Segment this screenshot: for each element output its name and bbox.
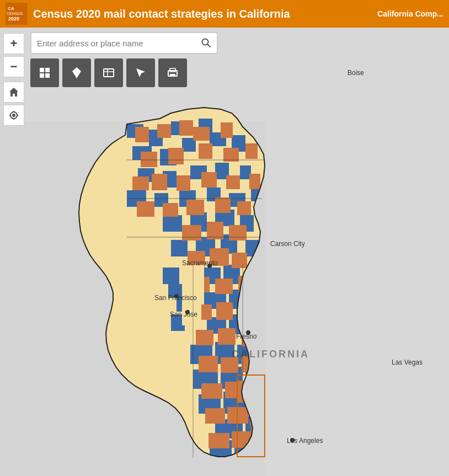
- svg-rect-75: [177, 175, 190, 191]
- svg-rect-74: [152, 174, 167, 190]
- svg-rect-131: [40, 68, 44, 72]
- svg-rect-85: [207, 222, 223, 239]
- svg-rect-78: [249, 174, 260, 189]
- zoom-in-button[interactable]: +: [3, 33, 24, 54]
- svg-rect-63: [135, 127, 149, 142]
- location-button[interactable]: [3, 105, 24, 126]
- svg-text:CA: CA: [8, 6, 14, 11]
- svg-text:CENSUS: CENSUS: [7, 12, 23, 15]
- svg-point-125: [185, 310, 190, 314]
- svg-point-142: [13, 114, 15, 116]
- search-button[interactable]: [196, 35, 217, 51]
- legend-button[interactable]: [62, 58, 91, 87]
- svg-rect-68: [141, 152, 157, 167]
- svg-rect-97: [218, 328, 236, 345]
- search-input[interactable]: [31, 39, 196, 48]
- layers-button[interactable]: [30, 58, 59, 87]
- svg-rect-73: [132, 177, 149, 190]
- svg-rect-132: [45, 68, 50, 72]
- svg-rect-5: [265, 28, 449, 476]
- svg-rect-79: [137, 201, 154, 217]
- svg-rect-114: [185, 265, 204, 292]
- svg-point-126: [246, 330, 250, 335]
- svg-rect-133: [40, 73, 44, 78]
- svg-rect-134: [45, 73, 50, 78]
- svg-rect-83: [237, 201, 251, 215]
- svg-rect-67: [221, 122, 233, 138]
- svg-rect-105: [205, 408, 225, 424]
- app-logo: CA CENSUS 2020: [6, 3, 28, 25]
- app-header: CA CENSUS 2020 Census 2020 mail contact …: [0, 0, 449, 28]
- svg-rect-91: [215, 279, 233, 294]
- svg-rect-108: [209, 433, 229, 448]
- svg-rect-88: [210, 248, 229, 266]
- home-button[interactable]: [3, 82, 24, 103]
- select-button[interactable]: [126, 58, 155, 87]
- svg-rect-33: [171, 240, 188, 256]
- svg-rect-66: [193, 127, 210, 141]
- svg-rect-70: [199, 143, 212, 159]
- svg-rect-77: [226, 175, 240, 189]
- svg-rect-115: [182, 298, 201, 325]
- svg-rect-102: [201, 383, 222, 399]
- svg-rect-82: [215, 197, 231, 213]
- svg-point-127: [290, 438, 295, 442]
- search-area: [30, 32, 218, 87]
- svg-rect-135: [104, 69, 114, 77]
- svg-rect-140: [170, 74, 175, 77]
- search-bar: [30, 32, 218, 54]
- page-title: Census 2020 mail contact strategies in C…: [33, 8, 372, 20]
- svg-rect-87: [188, 251, 205, 266]
- header-right-text: California Comp...: [377, 9, 443, 18]
- svg-rect-71: [223, 148, 239, 162]
- basemap-button[interactable]: [94, 58, 123, 87]
- svg-rect-64: [157, 124, 171, 138]
- svg-rect-100: [221, 357, 238, 373]
- svg-rect-37: [163, 268, 179, 284]
- svg-rect-94: [216, 302, 233, 320]
- svg-line-130: [208, 45, 211, 47]
- svg-rect-84: [182, 225, 201, 240]
- svg-rect-99: [199, 356, 218, 372]
- map-container[interactable]: Carson City Sacramento San Francisco San…: [0, 28, 449, 476]
- svg-rect-72: [245, 143, 258, 159]
- svg-point-123: [207, 264, 212, 268]
- left-toolbar: + −: [0, 28, 28, 127]
- svg-rect-86: [229, 225, 247, 240]
- svg-rect-69: [168, 148, 184, 164]
- print-button[interactable]: [158, 58, 187, 87]
- toolbar-row: [30, 58, 218, 87]
- svg-rect-96: [196, 330, 213, 345]
- svg-text:2020: 2020: [8, 16, 19, 22]
- svg-point-124: [174, 294, 179, 298]
- zoom-out-button[interactable]: −: [3, 56, 24, 77]
- svg-rect-65: [179, 120, 193, 136]
- svg-rect-29: [163, 215, 182, 232]
- svg-rect-80: [163, 203, 178, 217]
- svg-rect-81: [186, 200, 204, 215]
- svg-rect-89: [232, 253, 247, 268]
- svg-rect-76: [201, 172, 217, 188]
